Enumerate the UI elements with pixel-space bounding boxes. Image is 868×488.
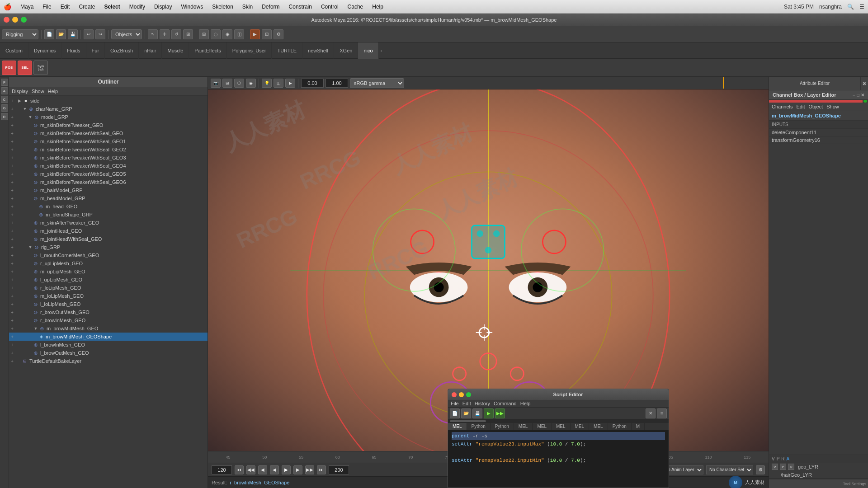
add-icon-side[interactable]: + <box>9 98 15 104</box>
cb-input-deletecomponent[interactable]: deleteComponent11 <box>769 129 868 136</box>
tree-item-skinwithseal2[interactable]: + ◎ m_skinBeforeTweakerWithSeal_GEO2 <box>9 145 208 154</box>
layer-tab-a[interactable]: A <box>787 456 790 461</box>
vp-wireframe-button[interactable]: ⬡ <box>234 79 244 88</box>
add-icon[interactable]: + <box>9 333 15 340</box>
expand-arrow-model[interactable]: ▼ <box>27 114 33 120</box>
add-icon[interactable]: + <box>9 317 15 324</box>
add-icon[interactable]: + <box>9 220 15 226</box>
shelf-tab-custom[interactable]: Custom <box>0 42 28 59</box>
se-output-scroll[interactable] <box>448 419 669 423</box>
se-tab-mel-4[interactable]: MEL <box>552 423 571 430</box>
tree-item-ruplip[interactable]: + ◎ r_upLipMesh_GEO <box>9 259 208 267</box>
layer-visibility-box[interactable]: V <box>772 464 778 470</box>
se-maximize-button[interactable] <box>466 392 471 397</box>
add-icon[interactable]: + <box>9 268 15 275</box>
se-menu-command[interactable]: Command <box>494 401 517 406</box>
move-tool-button[interactable]: ✛ <box>160 29 170 39</box>
expand-arrow-mbrowmid[interactable]: ▼ <box>33 325 39 332</box>
cb-minimize-icon[interactable]: − <box>853 93 855 98</box>
tree-item-luplip[interactable]: + ◎ l_upLipMesh_GEO <box>9 276 208 284</box>
add-icon[interactable]: + <box>9 130 15 136</box>
tree-item-llolip[interactable]: + ◎ l_loLipMesh_GEO <box>9 300 208 308</box>
render-settings-button[interactable]: ⚙ <box>274 29 283 39</box>
expand-arrow-rig[interactable]: ▼ <box>27 244 33 250</box>
tree-item-headmodel-grp[interactable]: + ◎ m_headModel_GRP <box>9 194 208 202</box>
objects-dropdown[interactable]: Objects <box>111 29 142 39</box>
tree-item-lbrowin[interactable]: + ◎ l_browInMesh_GEO <box>9 341 208 349</box>
add-icon[interactable]: + <box>9 106 15 112</box>
se-clear-button[interactable]: ✕ <box>646 408 656 418</box>
shelf-scroll-right[interactable]: › <box>381 48 382 53</box>
attribute-editor-tab[interactable]: Attribute Editor <box>769 77 861 90</box>
tree-item-turtlebake[interactable]: + ⊟ TurtleDefaultBakeLayer <box>9 357 208 365</box>
se-menu-file[interactable]: File <box>451 401 459 406</box>
se-minimize-button[interactable] <box>459 392 464 397</box>
add-icon[interactable]: + <box>9 138 15 145</box>
se-tab-mel-2[interactable]: MEL <box>514 423 533 430</box>
menu-modify[interactable]: Modify <box>126 3 149 11</box>
tree-item-rlolip[interactable]: + ◎ r_loLipMesh_GEO <box>9 284 208 292</box>
playback-current-frame[interactable] <box>212 465 232 474</box>
side-btn-3[interactable]: C <box>1 96 8 103</box>
render-button[interactable]: ▶ <box>250 29 260 39</box>
menu-maya[interactable]: Maya <box>17 3 37 11</box>
apple-logo-icon[interactable]: 🍎 <box>4 3 11 10</box>
menu-file[interactable]: File <box>39 3 55 11</box>
snap-grid-button[interactable]: ⊞ <box>199 29 209 39</box>
add-icon[interactable]: + <box>9 301 15 307</box>
tool-settings-tab[interactable]: ⊠ <box>861 77 868 90</box>
side-btn-4[interactable]: G <box>1 104 8 112</box>
se-tab-mel-3[interactable]: MEL <box>533 423 552 430</box>
add-icon[interactable]: + <box>9 325 15 332</box>
se-scroll-thumb[interactable] <box>450 420 486 422</box>
se-tab-m[interactable]: M <box>632 423 645 430</box>
menu-constrain[interactable]: Constrain <box>285 3 316 11</box>
shelf-tab-newshelf[interactable]: newShelf <box>302 42 334 59</box>
layer-reference-box[interactable]: R <box>788 464 794 470</box>
se-tab-mel-5[interactable]: MEL <box>571 423 590 430</box>
vp-smooth-button[interactable]: ◉ <box>246 79 256 88</box>
prev-key-button[interactable]: ◀ <box>258 465 267 474</box>
prev-frame-button[interactable]: ◀◀ <box>246 465 255 474</box>
tree-item-lmouthcorner[interactable]: + ◎ l_mouthCornerMesh_GEO <box>9 251 208 259</box>
outliner-menu-show[interactable]: Show <box>32 89 44 94</box>
add-icon[interactable]: + <box>9 236 15 242</box>
menu-display[interactable]: Display <box>151 3 175 11</box>
tree-item-jointheadwithseal-geo[interactable]: + ◎ m_jointHeadWithSeal_GEO <box>9 235 208 243</box>
tree-item-skinwithseal5[interactable]: + ◎ m_skinBeforeTweakerWithSeal_GEO5 <box>9 170 208 178</box>
tree-item-skinafter-geo[interactable]: + ◎ m_skinAfterTweaker_GEO <box>9 219 208 227</box>
se-execute-all-button[interactable]: ▶▶ <box>495 408 505 418</box>
add-icon[interactable]: + <box>9 252 15 258</box>
se-menu-edit[interactable]: Edit <box>462 401 471 406</box>
tree-item-jointhead-geo[interactable]: + ◎ m_jointHead_GEO <box>9 227 208 235</box>
outliner-menu-help[interactable]: Help <box>48 89 58 94</box>
tree-item-head-geo[interactable]: + ◎ m_head_GEO <box>9 202 208 211</box>
close-window-button[interactable] <box>4 17 9 23</box>
go-to-start-button[interactable]: ⏮ <box>235 465 244 474</box>
cb-maximize-icon[interactable]: □ <box>857 93 859 98</box>
menu-create[interactable]: Create <box>75 3 99 11</box>
menu-deform[interactable]: Deform <box>258 3 283 11</box>
expand-arrow-charname[interactable]: ▼ <box>22 106 28 112</box>
menu-windows[interactable]: Windows <box>177 3 207 11</box>
menu-cache[interactable]: Cache <box>344 3 367 11</box>
add-icon[interactable]: + <box>9 195 15 202</box>
menu-select[interactable]: Select <box>100 3 123 11</box>
add-icon[interactable]: + <box>9 179 15 185</box>
shelf-tab-nhair[interactable]: nHair <box>139 42 162 59</box>
menu-control[interactable]: Control <box>317 3 342 11</box>
workflow-dropdown[interactable]: Rigging Modeling Animation Rendering <box>2 29 38 39</box>
vp-render-button[interactable]: ▶ <box>285 79 295 88</box>
add-icon[interactable]: + <box>9 114 15 120</box>
shelf-icon-pos[interactable]: POS <box>2 61 16 75</box>
select-tool-button[interactable]: ↖ <box>148 29 158 39</box>
shelf-tab-fluids[interactable]: Fluids <box>61 42 86 59</box>
script-editor-content[interactable]: parent -r -s setAttr "remapValue23.input… <box>448 430 669 488</box>
cb-input-transformgeo[interactable]: transformGeometry16 <box>769 136 868 144</box>
vp-light-button[interactable]: 💡 <box>262 79 272 88</box>
add-icon[interactable]: + <box>9 342 15 348</box>
tree-item-skinfore-geo[interactable]: + ◎ m_skinBeforeTweaker_GEO <box>9 121 208 129</box>
vp-scale-input[interactable] <box>326 79 348 88</box>
add-icon[interactable]: + <box>9 146 15 153</box>
add-icon[interactable]: + <box>9 203 15 210</box>
